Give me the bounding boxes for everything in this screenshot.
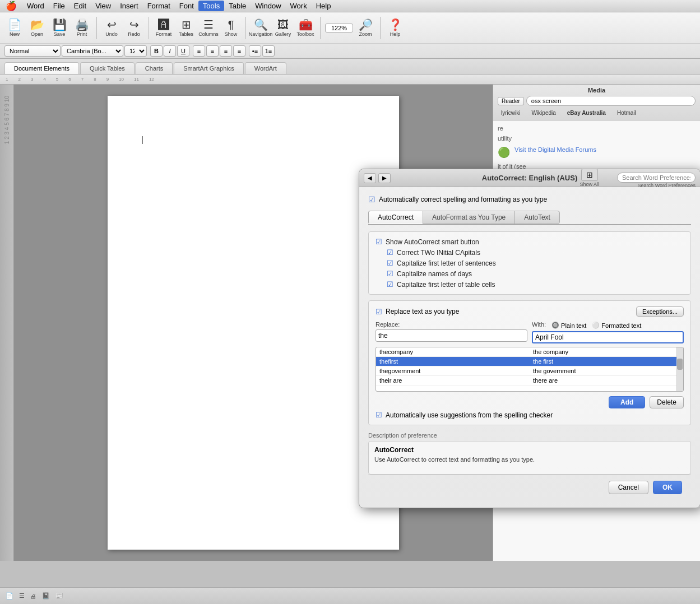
menu-help[interactable]: Help (312, 1, 336, 11)
description-label: Description of preference (368, 432, 691, 439)
size-dropdown[interactable]: 12 (124, 45, 147, 57)
list-row-thecompany[interactable]: thecompany the company (376, 347, 683, 357)
toolbar-separator3 (245, 17, 246, 39)
ruler: 12 34 56 78 910 1112 (0, 75, 700, 85)
columns-button[interactable]: ☰ Columns (198, 16, 219, 40)
print-button[interactable]: 🖨️ Print (72, 16, 92, 40)
navigation-button[interactable]: 🔍 Navigation (251, 16, 271, 40)
underline-button[interactable]: U (177, 45, 189, 57)
menu-format[interactable]: Format (143, 1, 175, 11)
capitalize-sentences-checkbox[interactable]: ☑ (387, 259, 393, 267)
menu-view[interactable]: View (91, 1, 115, 11)
format-button[interactable]: 🅰 Format (154, 16, 174, 40)
formatted-text-radio[interactable]: ⚪ Formatted text (592, 322, 641, 329)
zoom-button[interactable]: 🔎 Zoom (355, 16, 376, 40)
zoom-display[interactable]: 122% (325, 24, 353, 32)
bold-button[interactable]: B (150, 45, 163, 57)
bullets-button[interactable]: •≡ (249, 45, 261, 57)
align-right-button[interactable]: ≡ (220, 45, 232, 57)
text-cursor: | (141, 135, 365, 144)
style-dropdown[interactable]: Normal (4, 45, 61, 57)
menu-bar: 🍎 Word File Edit View Insert Format Font… (0, 0, 700, 12)
back-button[interactable]: ◀ (364, 173, 376, 183)
show-smart-button-checkbox[interactable]: ☑ (376, 238, 382, 246)
status-publishing-view[interactable]: 📰 (55, 592, 63, 600)
tab-autotext[interactable]: AutoText (514, 211, 560, 224)
forward-button[interactable]: ▶ (378, 173, 391, 183)
menu-table[interactable]: Table (224, 1, 251, 11)
plain-text-radio[interactable]: 🔘 Plain text (551, 322, 586, 329)
with-input[interactable] (532, 331, 684, 343)
tab-charts[interactable]: Charts (136, 62, 173, 74)
browser-tab-wikipedia[interactable]: Wikipedia (528, 109, 559, 117)
tab-quick-tables[interactable]: Quick Tables (80, 62, 135, 74)
align-justify-button[interactable]: ≡ (233, 45, 245, 57)
help-button[interactable]: ❓ Help (385, 16, 405, 40)
new-button[interactable]: 📄 New (4, 16, 25, 40)
auto-correct-top-checkbox[interactable]: ☑ (368, 195, 376, 204)
replace-label: Replace: (376, 321, 527, 328)
list-row-theirare[interactable]: their are there are (376, 376, 683, 385)
replace-input[interactable] (376, 329, 527, 342)
status-print-view[interactable]: 🖨 (30, 593, 36, 600)
capitalize-table-checkbox[interactable]: ☑ (387, 280, 393, 289)
browser-tab-lyricwiki[interactable]: lyricwiki (498, 109, 523, 117)
tab-wordart[interactable]: WordArt (245, 62, 286, 74)
menu-insert[interactable]: Insert (115, 1, 143, 11)
align-center-button[interactable]: ≡ (206, 45, 219, 57)
tables-button[interactable]: ⊞ Tables (176, 16, 196, 40)
browser-tab-ebay[interactable]: eBay Australia (564, 109, 609, 117)
tab-document-elements[interactable]: Document Elements (4, 62, 79, 74)
toolbox-button[interactable]: 🧰 Toolbox (295, 16, 316, 40)
italic-button[interactable]: I (164, 45, 176, 57)
status-page-view[interactable]: 📄 (6, 592, 13, 600)
show-button[interactable]: ¶ Show (221, 16, 241, 40)
show-all-button[interactable]: ⊞ (581, 169, 598, 181)
description-text: Use AutoCorrect to correct text and form… (374, 456, 685, 463)
dialog-search-input[interactable] (617, 173, 696, 183)
add-button[interactable]: Add (609, 396, 645, 408)
open-button[interactable]: 📂 Open (27, 16, 47, 40)
list-row-thefirst[interactable]: thefirst the first (376, 357, 683, 366)
align-left-button[interactable]: ≡ (193, 45, 205, 57)
redo-button[interactable]: ↪ Redo (124, 16, 144, 40)
exceptions-button[interactable]: Exceptions... (636, 306, 684, 317)
browser-title: Media (498, 87, 696, 94)
media-icon: 🟢 (498, 146, 510, 159)
status-outline-view[interactable]: ☰ (19, 592, 25, 600)
menu-file[interactable]: File (49, 1, 69, 11)
list-row-thegovernment[interactable]: thegovernment the government (376, 366, 683, 376)
replace-list: thecompany the company thefirst the firs… (376, 347, 684, 392)
auto-correct-top-label: Automatically correct spelling and forma… (379, 196, 547, 203)
browser-tab-hotmail[interactable]: Hotmail (614, 109, 639, 117)
cancel-button[interactable]: Cancel (609, 481, 648, 494)
status-notebook-view[interactable]: 📓 (42, 592, 50, 600)
list-to-thecompany: the company (530, 347, 683, 356)
apple-menu[interactable]: 🍎 (0, 1, 22, 11)
save-button[interactable]: 💾 Save (49, 16, 69, 40)
capitalize-days-checkbox[interactable]: ☑ (387, 270, 393, 278)
list-scrollbar[interactable] (676, 347, 683, 391)
reader-button[interactable]: Reader (498, 97, 524, 105)
correct-two-initials-checkbox[interactable]: ☑ (387, 248, 393, 257)
ok-button[interactable]: OK (653, 481, 682, 494)
menu-font[interactable]: Font (175, 1, 198, 11)
capitalize-sentences-label: Capitalize first letter of sentences (397, 259, 496, 267)
tab-smartart-graphics[interactable]: SmartArt Graphics (174, 62, 243, 74)
menu-tools[interactable]: Tools (198, 1, 224, 11)
menu-work[interactable]: Work (286, 1, 312, 11)
menu-word[interactable]: Word (22, 1, 49, 11)
font-dropdown[interactable]: Cambria (Bo... (62, 45, 123, 57)
numbering-button[interactable]: 1≡ (262, 45, 275, 57)
suggestions-checkbox[interactable]: ☑ (376, 411, 382, 419)
browser-search-input[interactable] (526, 96, 696, 106)
delete-button[interactable]: Delete (650, 396, 684, 408)
tab-autocorrect[interactable]: AutoCorrect (368, 211, 423, 224)
replace-checkbox[interactable]: ☑ (376, 308, 382, 316)
undo-button[interactable]: ↩ Undo (101, 16, 122, 40)
tab-autoformat[interactable]: AutoFormat as You Type (423, 211, 515, 224)
visit-digital-media-link[interactable]: Visit the Digital Media Forums (514, 146, 596, 159)
menu-window[interactable]: Window (251, 1, 285, 11)
gallery-button[interactable]: 🖼 Gallery (273, 16, 293, 40)
menu-edit[interactable]: Edit (69, 1, 91, 11)
